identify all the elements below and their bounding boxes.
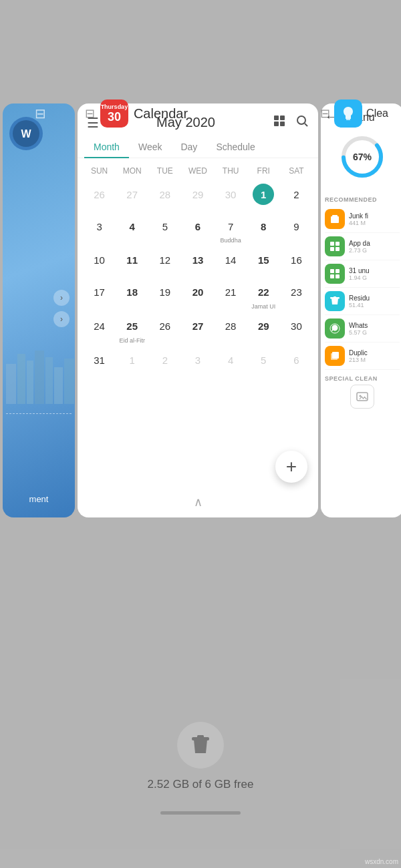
cal-num-w2-d6: 16 [285,250,307,271]
junk-size: 441 M [349,220,400,226]
cal-cell-w3-d2[interactable]: 19 [148,279,181,313]
cleanup-window-icon[interactable]: ⊟ [320,106,330,121]
cal-cell-w0-d5[interactable]: 1 [247,181,280,213]
cal-num-w2-d1: 11 [122,250,143,271]
cal-cell-w2-d1[interactable]: 11 [116,247,148,279]
cal-num-w4-d0: 24 [89,316,110,337]
cal-cell-w4-d1[interactable]: 25Eid al-Fitr [116,313,148,347]
svg-rect-8 [64,359,74,404]
cal-num-w1-d0: 3 [89,216,110,237]
left-arrow-2[interactable]: › [53,311,70,327]
cal-cell-w3-d3[interactable]: 20 [181,279,214,313]
cleanup-card[interactable]: ← Cleanu 67% RECOMMENDED [321,103,401,517]
cal-num-w5-d0: 31 [89,350,110,371]
cal-cell-w4-d5[interactable]: 29 [247,313,280,347]
cal-cell-w1-d5[interactable]: 8 [247,213,280,247]
cal-cell-w5-d6[interactable]: 6 [280,347,313,379]
cal-cell-w5-d3[interactable]: 3 [181,347,214,379]
tab-day[interactable]: Day [171,136,207,158]
cal-cell-w5-d2[interactable]: 2 [148,347,181,379]
cal-cell-w0-d1[interactable]: 27 [116,181,148,213]
cal-num-w1-d4: 7 [220,216,241,237]
cal-cell-w1-d6[interactable]: 9 [280,213,313,247]
svg-rect-21 [330,247,334,251]
cal-num-w5-d2: 2 [154,350,176,371]
cal-cell-w4-d4[interactable]: 28 [215,313,247,347]
trash-circle[interactable] [177,722,224,769]
cleanup-app-header: ⊟ Clea [315,97,396,130]
add-event-button[interactable]: + [275,451,307,483]
cal-cell-w1-d0[interactable]: 3 [83,213,116,247]
cal-cell-w5-d1[interactable]: 1 [116,347,148,379]
cal-cell-w0-d0[interactable]: 26 [83,181,116,213]
cleanup-item-unused[interactable]: 31 unu 1.94 G [325,260,400,288]
cal-cell-w5-d0[interactable]: 31 [83,347,116,379]
tab-week[interactable]: Week [129,136,172,158]
left-app-card[interactable]: W › › [3,103,75,517]
calendar-app-icon[interactable]: Thursday 30 [100,99,128,128]
tab-month[interactable]: Month [84,136,129,158]
cal-cell-w1-d3[interactable]: 6 [181,213,214,247]
whatsapp-icon [325,318,345,339]
svg-point-33 [360,395,362,397]
cal-cell-w2-d0[interactable]: 10 [83,247,116,279]
cal-cell-w3-d0[interactable]: 17 [83,279,116,313]
cal-cell-w4-d6[interactable]: 30 [280,313,313,347]
tab-schedule[interactable]: Schedule [207,136,264,158]
cleanup-content: RECOMMENDED Junk fi 441 M [321,186,401,414]
cal-cell-w1-d2[interactable]: 5 [148,213,181,247]
cal-cell-w3-d4[interactable]: 21 [215,279,247,313]
cal-num-w5-d3: 3 [187,350,209,371]
cal-cell-w4-d0[interactable]: 24 [83,313,116,347]
cal-cell-w0-d4[interactable]: 30 [215,181,247,213]
cal-cell-w2-d6[interactable]: 16 [280,247,313,279]
cal-num-w3-d6: 23 [285,282,307,303]
cal-cell-w2-d4[interactable]: 14 [215,247,247,279]
cal-cell-w5-d4[interactable]: 4 [215,347,247,379]
svg-rect-6 [45,357,53,404]
home-bar[interactable] [160,811,241,815]
duplicates-size: 213 M [349,357,400,363]
special-clean-icon[interactable] [350,385,374,409]
cal-cell-w5-d5[interactable]: 5 [247,347,280,379]
cal-num-w2-d4: 14 [220,250,241,271]
calendar-card[interactable]: ☰ May 2020 [78,103,318,517]
cal-cell-w3-d5[interactable]: 22Jamat UI [247,279,280,313]
cal-cell-w1-d4[interactable]: 7Buddha [215,213,247,247]
cal-num-w5-d6: 6 [285,350,307,371]
cleanup-percent: 67% [353,152,372,162]
cleanup-app-icon[interactable] [334,99,362,128]
calendar-chevron-up[interactable]: ∧ [194,495,203,509]
cal-cell-w3-d6[interactable]: 23 [280,279,313,313]
left-window-icon[interactable]: ⊟ [35,105,46,122]
cal-cell-w0-d3[interactable]: 29 [181,181,214,213]
cal-num-w2-d5: 15 [253,250,274,271]
junk-icon [325,209,345,229]
cal-cell-w4-d3[interactable]: 27 [181,313,214,347]
calendar-app-name: Calendar [134,106,188,122]
cal-num-w0-d4: 30 [220,184,241,205]
cal-cell-w3-d1[interactable]: 18 [116,279,148,313]
cal-event-w4-d1: Eid al-Fitr [119,338,145,345]
cleanup-item-junk[interactable]: Junk fi 441 M [325,206,400,233]
cal-cell-w4-d2[interactable]: 26 [148,313,181,347]
cal-cell-w2-d5[interactable]: 15 [247,247,280,279]
svg-rect-35 [197,735,204,738]
calendar-window-icon[interactable]: ⊟ [85,106,95,121]
svg-rect-22 [336,247,340,251]
cal-cell-w0-d2[interactable]: 28 [148,181,181,213]
left-arrow-1[interactable]: › [53,290,70,306]
cal-num-w3-d3: 20 [187,282,209,303]
cal-cell-w1-d1[interactable]: 4 [116,213,148,247]
cal-cell-w2-d2[interactable]: 12 [148,247,181,279]
appdata-info: App da 2.73 G [349,240,400,254]
cal-cell-w2-d3[interactable]: 13 [181,247,214,279]
cleanup-item-appdata[interactable]: App da 2.73 G [325,233,400,260]
cleanup-item-duplicates[interactable]: Duplic 213 M [325,343,400,370]
cleanup-item-whatsapp[interactable]: Whats 5.57 G [325,315,400,343]
whatsapp-info: Whats 5.57 G [349,322,400,336]
cleanup-item-residual[interactable]: Residu 51.41 [325,288,400,315]
cal-num-w5-d4: 4 [220,350,241,371]
cal-cell-w0-d6[interactable]: 2 [280,181,313,213]
whatsapp-name: Whats [349,322,400,329]
